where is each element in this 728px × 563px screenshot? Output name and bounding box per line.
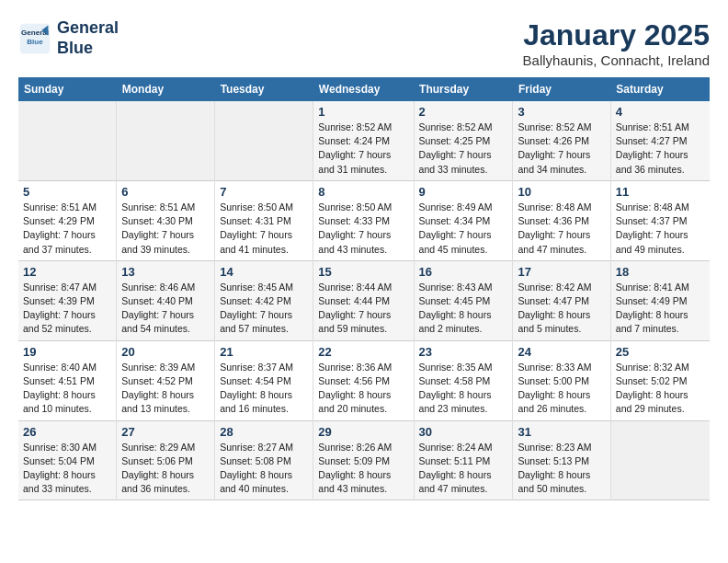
- day-number: 24: [518, 345, 605, 359]
- page-title: January 2025: [523, 18, 710, 52]
- calendar-cell: 10Sunrise: 8:48 AM Sunset: 4:36 PM Dayli…: [513, 180, 610, 260]
- cell-content: Sunrise: 8:39 AM Sunset: 4:52 PM Dayligh…: [121, 361, 210, 417]
- cell-content: Sunrise: 8:32 AM Sunset: 5:02 PM Dayligh…: [616, 361, 705, 417]
- cell-content: Sunrise: 8:30 AM Sunset: 5:04 PM Dayligh…: [23, 441, 111, 497]
- day-number: 6: [121, 185, 210, 199]
- cell-content: Sunrise: 8:49 AM Sunset: 4:34 PM Dayligh…: [419, 201, 508, 257]
- cell-content: Sunrise: 8:41 AM Sunset: 4:49 PM Dayligh…: [616, 281, 705, 337]
- cell-content: Sunrise: 8:51 AM Sunset: 4:29 PM Dayligh…: [23, 201, 111, 257]
- calendar-cell: 21Sunrise: 8:37 AM Sunset: 4:54 PM Dayli…: [215, 340, 313, 420]
- calendar-cell: 27Sunrise: 8:29 AM Sunset: 5:06 PM Dayli…: [117, 420, 215, 500]
- calendar-cell: 4Sunrise: 8:51 AM Sunset: 4:27 PM Daylig…: [610, 101, 710, 180]
- day-number: 18: [616, 265, 705, 279]
- calendar-cell: 11Sunrise: 8:48 AM Sunset: 4:37 PM Dayli…: [610, 180, 710, 260]
- calendar-cell: 3Sunrise: 8:52 AM Sunset: 4:26 PM Daylig…: [513, 101, 610, 180]
- calendar-cell: 20Sunrise: 8:39 AM Sunset: 4:52 PM Dayli…: [117, 340, 215, 420]
- day-number: 7: [220, 185, 308, 199]
- day-number: 9: [419, 185, 508, 199]
- calendar-cell: 25Sunrise: 8:32 AM Sunset: 5:02 PM Dayli…: [610, 340, 710, 420]
- day-number: 16: [419, 265, 508, 279]
- cell-content: Sunrise: 8:52 AM Sunset: 4:26 PM Dayligh…: [518, 121, 605, 177]
- day-number: 1: [318, 105, 408, 119]
- day-number: 3: [518, 105, 605, 119]
- cell-content: Sunrise: 8:23 AM Sunset: 5:13 PM Dayligh…: [518, 441, 605, 497]
- calendar-cell: 6Sunrise: 8:51 AM Sunset: 4:30 PM Daylig…: [117, 180, 215, 260]
- calendar-cell: 23Sunrise: 8:35 AM Sunset: 4:58 PM Dayli…: [414, 340, 513, 420]
- calendar-cell: 14Sunrise: 8:45 AM Sunset: 4:42 PM Dayli…: [215, 260, 313, 340]
- calendar-cell: 7Sunrise: 8:50 AM Sunset: 4:31 PM Daylig…: [215, 180, 313, 260]
- day-number: 30: [419, 425, 508, 439]
- cell-content: Sunrise: 8:26 AM Sunset: 5:09 PM Dayligh…: [318, 441, 408, 497]
- cell-content: Sunrise: 8:37 AM Sunset: 4:54 PM Dayligh…: [220, 361, 308, 417]
- cell-content: Sunrise: 8:48 AM Sunset: 4:36 PM Dayligh…: [518, 201, 605, 257]
- svg-text:Blue: Blue: [27, 38, 43, 46]
- day-number: 12: [23, 265, 111, 279]
- calendar-cell: 18Sunrise: 8:41 AM Sunset: 4:49 PM Dayli…: [610, 260, 710, 340]
- day-number: 28: [220, 425, 308, 439]
- col-header-wednesday: Wednesday: [313, 77, 414, 101]
- cell-content: Sunrise: 8:48 AM Sunset: 4:37 PM Dayligh…: [616, 201, 705, 257]
- calendar-table: SundayMondayTuesdayWednesdayThursdayFrid…: [18, 77, 710, 500]
- cell-content: Sunrise: 8:36 AM Sunset: 4:56 PM Dayligh…: [318, 361, 408, 417]
- day-number: 8: [318, 185, 408, 199]
- day-number: 14: [220, 265, 308, 279]
- calendar-cell: 13Sunrise: 8:46 AM Sunset: 4:40 PM Dayli…: [117, 260, 215, 340]
- day-number: 22: [318, 345, 408, 359]
- day-number: 23: [419, 345, 508, 359]
- cell-content: Sunrise: 8:24 AM Sunset: 5:11 PM Dayligh…: [419, 441, 508, 497]
- logo-text: General Blue: [57, 18, 119, 58]
- calendar-cell: 19Sunrise: 8:40 AM Sunset: 4:51 PM Dayli…: [18, 340, 117, 420]
- cell-content: Sunrise: 8:35 AM Sunset: 4:58 PM Dayligh…: [419, 361, 508, 417]
- day-number: 10: [518, 185, 605, 199]
- cell-content: Sunrise: 8:45 AM Sunset: 4:42 PM Dayligh…: [220, 281, 308, 337]
- calendar-cell: 29Sunrise: 8:26 AM Sunset: 5:09 PM Dayli…: [313, 420, 414, 500]
- calendar-cell: 12Sunrise: 8:47 AM Sunset: 4:39 PM Dayli…: [18, 260, 117, 340]
- page-header: General Blue General Blue January 2025 B…: [18, 18, 710, 68]
- calendar-cell: 17Sunrise: 8:42 AM Sunset: 4:47 PM Dayli…: [513, 260, 610, 340]
- cell-content: Sunrise: 8:44 AM Sunset: 4:44 PM Dayligh…: [318, 281, 408, 337]
- col-header-tuesday: Tuesday: [215, 77, 313, 101]
- cell-content: Sunrise: 8:43 AM Sunset: 4:45 PM Dayligh…: [419, 281, 508, 337]
- logo-icon: General Blue: [18, 22, 51, 55]
- cell-content: Sunrise: 8:50 AM Sunset: 4:33 PM Dayligh…: [318, 201, 408, 257]
- day-number: 31: [518, 425, 605, 439]
- logo: General Blue General Blue: [18, 18, 119, 58]
- calendar-cell: 28Sunrise: 8:27 AM Sunset: 5:08 PM Dayli…: [215, 420, 313, 500]
- day-number: 20: [121, 345, 210, 359]
- day-number: 19: [23, 345, 111, 359]
- calendar-cell: 15Sunrise: 8:44 AM Sunset: 4:44 PM Dayli…: [313, 260, 414, 340]
- col-header-friday: Friday: [513, 77, 610, 101]
- calendar-cell: 2Sunrise: 8:52 AM Sunset: 4:25 PM Daylig…: [414, 101, 513, 180]
- col-header-monday: Monday: [117, 77, 215, 101]
- calendar-cell: [18, 101, 117, 180]
- cell-content: Sunrise: 8:29 AM Sunset: 5:06 PM Dayligh…: [121, 441, 210, 497]
- calendar-cell: 24Sunrise: 8:33 AM Sunset: 5:00 PM Dayli…: [513, 340, 610, 420]
- day-number: 11: [616, 185, 705, 199]
- day-number: 15: [318, 265, 408, 279]
- cell-content: Sunrise: 8:40 AM Sunset: 4:51 PM Dayligh…: [23, 361, 111, 417]
- day-number: 29: [318, 425, 408, 439]
- day-number: 2: [419, 105, 508, 119]
- calendar-cell: 5Sunrise: 8:51 AM Sunset: 4:29 PM Daylig…: [18, 180, 117, 260]
- cell-content: Sunrise: 8:33 AM Sunset: 5:00 PM Dayligh…: [518, 361, 605, 417]
- cell-content: Sunrise: 8:52 AM Sunset: 4:25 PM Dayligh…: [419, 121, 508, 177]
- page-subtitle: Ballyhaunis, Connacht, Ireland: [523, 52, 710, 68]
- cell-content: Sunrise: 8:51 AM Sunset: 4:27 PM Dayligh…: [616, 121, 705, 177]
- calendar-cell: 16Sunrise: 8:43 AM Sunset: 4:45 PM Dayli…: [414, 260, 513, 340]
- title-block: January 2025 Ballyhaunis, Connacht, Irel…: [523, 18, 710, 68]
- day-number: 17: [518, 265, 605, 279]
- cell-content: Sunrise: 8:51 AM Sunset: 4:30 PM Dayligh…: [121, 201, 210, 257]
- calendar-cell: [117, 101, 215, 180]
- cell-content: Sunrise: 8:46 AM Sunset: 4:40 PM Dayligh…: [121, 281, 210, 337]
- day-number: 4: [616, 105, 705, 119]
- calendar-cell: 1Sunrise: 8:52 AM Sunset: 4:24 PM Daylig…: [313, 101, 414, 180]
- day-number: 5: [23, 185, 111, 199]
- cell-content: Sunrise: 8:27 AM Sunset: 5:08 PM Dayligh…: [220, 441, 308, 497]
- calendar-cell: 8Sunrise: 8:50 AM Sunset: 4:33 PM Daylig…: [313, 180, 414, 260]
- calendar-cell: 9Sunrise: 8:49 AM Sunset: 4:34 PM Daylig…: [414, 180, 513, 260]
- day-number: 26: [23, 425, 111, 439]
- cell-content: Sunrise: 8:47 AM Sunset: 4:39 PM Dayligh…: [23, 281, 111, 337]
- col-header-sunday: Sunday: [18, 77, 117, 101]
- cell-content: Sunrise: 8:50 AM Sunset: 4:31 PM Dayligh…: [220, 201, 308, 257]
- calendar-cell: 30Sunrise: 8:24 AM Sunset: 5:11 PM Dayli…: [414, 420, 513, 500]
